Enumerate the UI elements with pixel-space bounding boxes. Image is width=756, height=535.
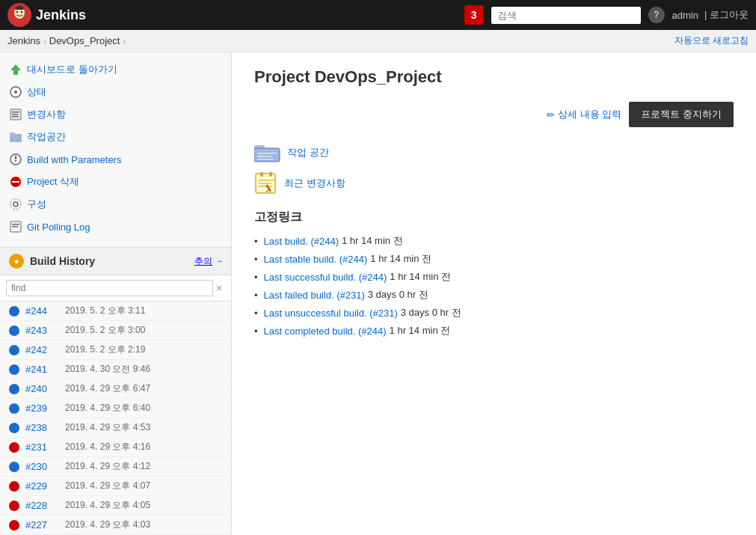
build-number-link[interactable]: #243 [25, 325, 59, 336]
svg-rect-23 [12, 224, 19, 225]
permalink-section: 고정링크 Last build. (#244) 1 hr 14 min 전Las… [254, 210, 734, 337]
svg-rect-35 [258, 183, 271, 184]
build-status-red-icon [9, 501, 19, 511]
sidebar-nav-item[interactable]: Git Polling Log [0, 215, 231, 238]
permalink-link[interactable]: Last unsuccessful build. (#231) [264, 308, 398, 319]
nav-item-label: Build with Parameters [27, 154, 121, 165]
build-list-item: #2382019. 4. 29 오후 4:53 [0, 418, 231, 438]
build-list-item: #2272019. 4. 29 오후 4:03 [0, 516, 231, 535]
breadcrumb: Jenkins › DevOps_Project › 자동으로 새로고침 [0, 30, 756, 52]
sidebar-nav-item[interactable]: 대시보드로 돌아가기 [0, 58, 231, 81]
permalink-link[interactable]: Last successful build. (#244) [264, 272, 387, 283]
logout-link[interactable]: | 로그아웃 [704, 8, 749, 22]
build-status-blue-icon [9, 423, 19, 433]
folder-icon [254, 142, 281, 163]
app-title: Jenkins [36, 7, 86, 23]
nav-item-label: 작업공간 [27, 130, 66, 144]
sidebar: 대시보드로 돌아가기상태변경사항작업공간Build with Parameter… [0, 52, 232, 535]
permalink-item: Last build. (#244) 1 hr 14 min 전 [254, 234, 734, 248]
notification-badge[interactable]: 3 [464, 5, 484, 25]
permalink-list: Last build. (#244) 1 hr 14 min 전Last sta… [254, 234, 734, 337]
nav-item-label: 상태 [27, 85, 46, 99]
nav-item-icon [9, 108, 22, 121]
notepad-icon [254, 172, 278, 195]
build-time: 2019. 5. 2 오후 2:19 [65, 343, 145, 356]
auto-refresh-link[interactable]: 자동으로 새로고침 [674, 34, 749, 47]
project-links: 작업 공간 최근 변경사항 [254, 142, 734, 195]
breadcrumb-jenkins[interactable]: Jenkins [7, 35, 40, 46]
build-time: 2019. 4. 29 오후 4:05 [65, 499, 150, 512]
permalink-link[interactable]: Last build. (#244) [264, 236, 339, 247]
build-status-blue-icon [9, 345, 19, 355]
build-time: 2019. 4. 29 오후 4:03 [65, 519, 150, 531]
user-info: admin | 로그아웃 [672, 8, 749, 22]
svg-rect-10 [12, 111, 19, 113]
build-list: #2442019. 5. 2 오후 3:11#2432019. 5. 2 오후 … [0, 302, 231, 535]
nav-item-icon [9, 130, 22, 144]
build-list-item: #2312019. 4. 29 오후 4:16 [0, 438, 231, 457]
changes-link[interactable]: 최근 변경사항 [284, 177, 345, 190]
help-button[interactable]: ? [648, 7, 665, 23]
build-history-section: ● Build History 추의 − × #2442019. 5. 2 오후… [0, 247, 231, 535]
permalink-suffix: 1 hr 14 min 전 [390, 270, 451, 284]
sidebar-nav-item[interactable]: 구성 [0, 193, 231, 215]
build-number-link[interactable]: #231 [25, 441, 59, 453]
svg-rect-28 [257, 153, 277, 154]
build-number-link[interactable]: #240 [25, 383, 59, 394]
workspace-link[interactable]: 작업 공간 [287, 146, 329, 159]
build-status-red-icon [9, 481, 19, 492]
build-history-controls: 추의 − [194, 255, 222, 268]
breadcrumb-sep2: › [123, 37, 126, 46]
build-search-clear[interactable]: × [213, 282, 225, 294]
build-number-link[interactable]: #244 [25, 305, 59, 317]
build-status-blue-icon [9, 403, 19, 414]
workspace-link-item: 작업 공간 [254, 142, 734, 163]
build-number-link[interactable]: #230 [25, 461, 59, 472]
build-history-title: Build History [30, 255, 194, 267]
search-input[interactable] [491, 7, 641, 24]
changes-link-item: 최근 변경사항 [254, 172, 734, 195]
build-number-link[interactable]: #238 [25, 422, 59, 433]
svg-point-20 [13, 202, 18, 207]
permalink-suffix: 3 days 0 hr 전 [401, 306, 461, 320]
build-time: 2019. 4. 29 오후 4:12 [65, 460, 150, 473]
sidebar-nav-item[interactable]: Build with Parameters [0, 148, 231, 171]
header: Jenkins 3 ? admin | 로그아웃 [0, 0, 756, 30]
sidebar-nav-item[interactable]: Project 삭제 [0, 171, 231, 193]
sidebar-nav-item[interactable]: 변경사항 [0, 103, 231, 126]
svg-rect-33 [269, 172, 272, 177]
build-time: 2019. 4. 29 오후 4:07 [65, 480, 150, 492]
svg-rect-36 [258, 186, 273, 187]
nav-item-label: Git Polling Log [27, 221, 90, 233]
build-number-link[interactable]: #228 [25, 500, 59, 511]
permalink-suffix: 3 days 0 hr 전 [368, 288, 428, 302]
build-number-link[interactable]: #227 [25, 519, 59, 531]
build-number-link[interactable]: #241 [25, 364, 59, 375]
build-number-link[interactable]: #229 [25, 480, 59, 492]
build-number-link[interactable]: #239 [25, 403, 59, 414]
build-history-icon: ● [9, 254, 24, 269]
sidebar-nav-item[interactable]: 상태 [0, 81, 231, 103]
edit-description-link[interactable]: ✏ 상세 내용 입력 [547, 108, 621, 121]
permalink-item: Last unsuccessful build. (#231) 3 days 0… [254, 306, 734, 320]
main-content: Project DevOps_Project ✏ 상세 내용 입력 프로젝트 중… [232, 52, 756, 535]
permalink-link[interactable]: Last stable build. (#244) [264, 254, 368, 265]
breadcrumb-project[interactable]: DevOps_Project [49, 35, 120, 46]
svg-rect-14 [10, 132, 15, 135]
build-status-blue-icon [9, 325, 19, 336]
permalink-link[interactable]: Last failed build. (#231) [264, 290, 365, 301]
sidebar-nav-item[interactable]: 작업공간 [0, 126, 231, 148]
build-number-link[interactable]: #242 [25, 344, 59, 355]
build-search-input[interactable] [6, 280, 213, 296]
svg-rect-19 [12, 181, 19, 183]
build-status-blue-icon [9, 462, 19, 472]
stop-project-button[interactable]: 프로젝트 중지하기 [629, 102, 734, 127]
build-history-추의-link[interactable]: 추의 [194, 255, 212, 268]
nav-item-icon [9, 63, 22, 76]
build-status-blue-icon [9, 364, 19, 375]
build-list-item: #2402019. 4. 29 오후 6:47 [0, 379, 231, 399]
build-list-item: #2432019. 5. 2 오후 3:00 [0, 321, 231, 340]
build-time: 2019. 4. 29 오후 6:40 [65, 402, 150, 415]
build-history-minus[interactable]: − [217, 256, 222, 266]
permalink-link[interactable]: Last completed build. (#244) [264, 325, 387, 337]
